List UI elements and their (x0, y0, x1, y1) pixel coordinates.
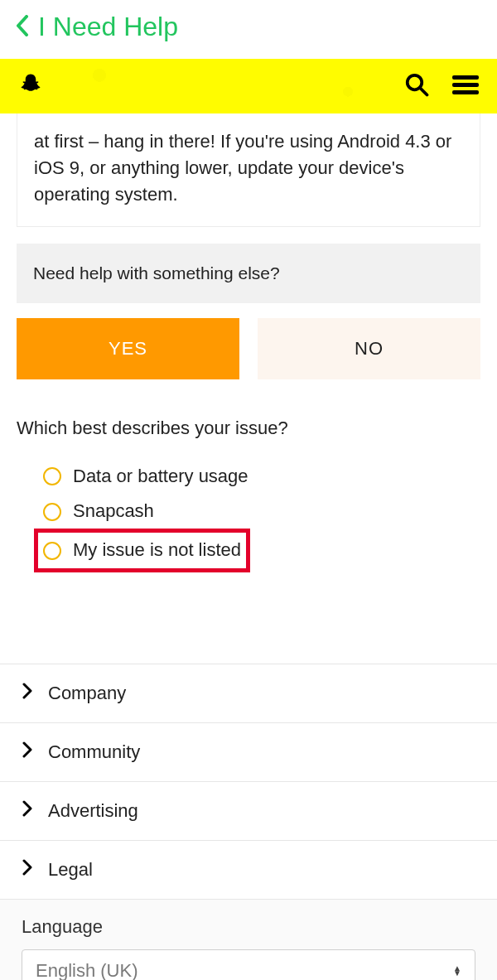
footer-link-community[interactable]: Community (0, 722, 497, 781)
issue-options: Data or battery usage Snapcash My issue … (38, 459, 480, 572)
page-title: I Need Help (38, 12, 178, 42)
svg-rect-4 (452, 90, 479, 94)
no-button[interactable]: NO (258, 318, 480, 379)
language-block: Language English (UK) ▲▼ (0, 899, 497, 980)
chevron-right-icon (22, 741, 33, 763)
svg-rect-2 (452, 75, 479, 80)
menu-icon[interactable] (452, 74, 479, 99)
radio-icon (43, 542, 61, 560)
article-body: at first – hang in there! If you're usin… (17, 113, 480, 227)
yes-button[interactable]: YES (17, 318, 239, 379)
option-data-battery[interactable]: Data or battery usage (38, 459, 480, 495)
language-select[interactable]: English (UK) ▲▼ (22, 949, 475, 980)
svg-rect-3 (452, 83, 479, 87)
option-not-listed[interactable]: My issue is not listed (38, 533, 246, 568)
option-label: My issue is not listed (73, 538, 241, 563)
chevron-right-icon (22, 683, 33, 704)
footer-link-label: Company (48, 683, 126, 704)
radio-icon (43, 503, 61, 521)
footer-link-label: Legal (48, 859, 93, 881)
select-arrows-icon: ▲▼ (453, 966, 461, 976)
language-value: English (UK) (36, 960, 138, 980)
brand-bar (0, 59, 497, 113)
page-header: I Need Help (0, 0, 497, 59)
footer-link-label: Advertising (48, 800, 138, 822)
issue-question: Which best describes your issue? (17, 418, 480, 439)
footer-link-advertising[interactable]: Advertising (0, 781, 497, 840)
svg-line-1 (420, 88, 427, 95)
help-else-prompt: Need help with something else? (17, 244, 480, 303)
highlight-box: My issue is not listed (34, 529, 250, 572)
option-snapcash[interactable]: Snapcash (38, 494, 480, 529)
yes-no-row: YES NO (17, 318, 480, 379)
snapchat-logo-icon[interactable] (18, 72, 43, 100)
option-label: Snapcash (73, 499, 154, 524)
footer: Company Community Advertising Legal Lang… (0, 664, 497, 980)
language-label: Language (22, 916, 475, 938)
chevron-right-icon (22, 859, 33, 881)
back-icon[interactable] (15, 15, 30, 40)
footer-link-label: Community (48, 741, 140, 763)
search-icon[interactable] (404, 72, 429, 100)
help-else-text: Need help with something else? (33, 263, 280, 282)
option-label: Data or battery usage (73, 464, 248, 490)
chevron-right-icon (22, 800, 33, 822)
radio-icon (43, 467, 61, 485)
footer-link-legal[interactable]: Legal (0, 840, 497, 899)
article-text: at first – hang in there! If you're usin… (34, 131, 451, 205)
footer-link-company[interactable]: Company (0, 664, 497, 722)
